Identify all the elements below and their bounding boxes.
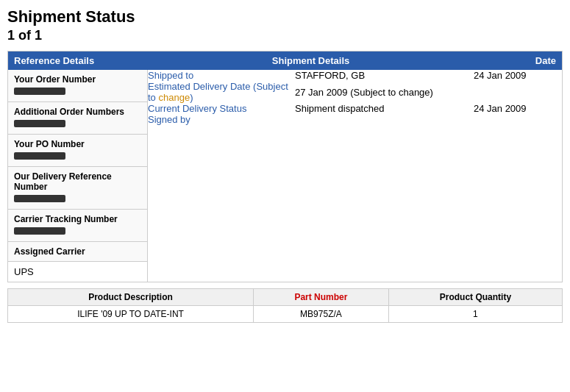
product-qty-header: Product Quantity: [388, 289, 562, 306]
shipped-to-date: 24 Jan 2009: [474, 70, 562, 81]
signed-by-date: [474, 114, 562, 125]
page-title: Shipment Status: [7, 7, 563, 26]
ref-item-your-order-number: Your Order Number: [8, 70, 147, 102]
product-table: Product Description Part Number Product …: [7, 288, 563, 323]
ref-item-carrier-tracking-number: Carrier Tracking Number: [8, 210, 147, 242]
shipment-row-signed-by: Signed by: [148, 114, 562, 125]
signed-by-label: Signed by: [148, 114, 190, 125]
ref-value-delivery-ref-number: [14, 195, 65, 202]
header-date: Date: [474, 51, 563, 71]
shipped-to-value: STAFFORD, GB: [295, 70, 474, 81]
product-description: ILIFE '09 UP TO DATE-INT: [8, 306, 254, 323]
current-status-label: Current Delivery Status: [148, 103, 246, 114]
ref-value-additional-order-numbers: [14, 120, 65, 127]
est-delivery-value: 27 Jan 2009 (Subject to change): [295, 81, 474, 103]
ref-item-additional-order-numbers: Additional Order Numbers: [8, 102, 147, 135]
part-number-header: Part Number: [254, 289, 389, 306]
shipment-row-shipped-to: Shipped to STAFFORD, GB 24 Jan 2009: [148, 70, 562, 81]
header-shipment-details: Shipment Details: [148, 51, 474, 71]
est-delivery-date: [474, 81, 562, 103]
ref-value-carrier-tracking-number: [14, 227, 65, 235]
product-quantity: 1: [388, 306, 562, 323]
ref-value-your-po-number: [14, 152, 65, 160]
est-delivery-label: Estimated Delivery Date (Subject to chan…: [148, 81, 288, 103]
current-status-value: Shipment dispatched: [295, 103, 474, 114]
header-ref-details: Reference Details: [8, 51, 148, 71]
product-desc-header: Product Description: [8, 289, 254, 306]
ref-item-assigned-carrier: Assigned Carrier: [8, 242, 147, 262]
ref-item-delivery-ref-number: Our Delivery Reference Number: [8, 167, 147, 210]
assigned-carrier-value: UPS: [8, 262, 147, 282]
ref-value-your-order-number: [14, 88, 65, 95]
shipped-to-label: Shipped to: [148, 70, 193, 81]
current-status-date: 24 Jan 2009: [474, 103, 562, 114]
shipment-row-current-status: Current Delivery Status Shipment dispatc…: [148, 103, 562, 114]
shipment-row-estimated-delivery: Estimated Delivery Date (Subject to chan…: [148, 81, 562, 103]
signed-by-value: [295, 114, 474, 125]
ref-item-your-po-number: Your PO Number: [8, 135, 147, 167]
page-subtitle: 1 of 1: [7, 28, 563, 43]
part-number: MB975Z/A: [254, 306, 389, 323]
product-row: ILIFE '09 UP TO DATE-INT MB975Z/A 1: [8, 306, 563, 323]
